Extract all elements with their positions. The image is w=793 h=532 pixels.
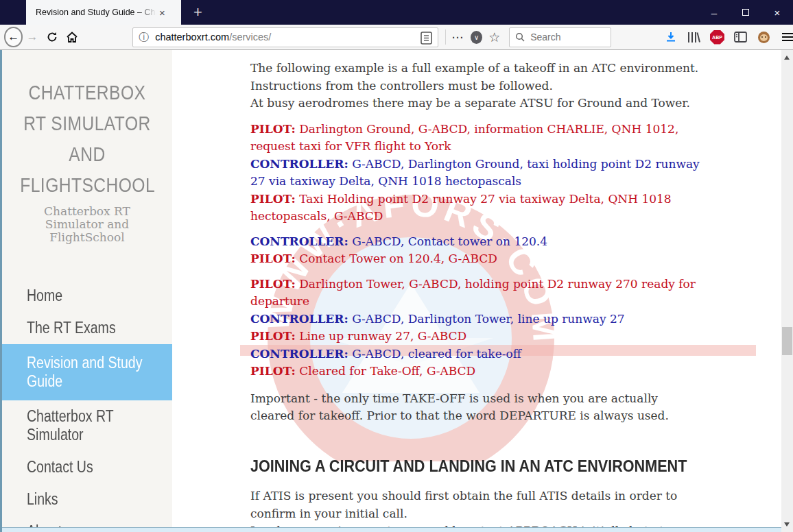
- page-bottom-border: [2, 527, 781, 532]
- sidebar-item-links[interactable]: Links: [2, 483, 172, 516]
- dialogue-block-3: PILOT: Darlington Tower, G-ABCD, holding…: [250, 276, 705, 380]
- dialogue-block-1: PILOT: Darlington Ground, G-ABCD, inform…: [250, 121, 705, 226]
- pocket-button[interactable]: ∨: [471, 31, 482, 44]
- library-icon: [687, 32, 700, 43]
- scrollbar-thumb[interactable]: [782, 327, 792, 355]
- main-content: WWW·AFORS·COM The following example is a…: [172, 50, 781, 532]
- important-note: Important - the only time TAKE-OFF is us…: [250, 390, 705, 425]
- sidebar-toggle-button[interactable]: [734, 32, 747, 43]
- close-button[interactable]: ×: [761, 0, 793, 25]
- site-nav: Home The RT Exams Revision and Study Gui…: [2, 280, 172, 532]
- navigation-toolbar: ← → ⓘ chatterboxrt.com/services/: [0, 25, 793, 50]
- reload-icon: [47, 32, 58, 43]
- monkey-extension-icon[interactable]: [758, 32, 770, 43]
- window-controls: – ×: [698, 0, 793, 25]
- url-bar[interactable]: ⓘ chatterboxrt.com/services/: [132, 27, 438, 47]
- page-viewport: CHATTERBOX RT SIMULATOR AND FLIGHTSCHOOL…: [0, 50, 781, 532]
- site-title: CHATTERBOX RT SIMULATOR AND FLIGHTSCHOOL: [20, 77, 154, 201]
- url-path: /services/: [229, 32, 271, 43]
- search-bar[interactable]: Search: [509, 27, 611, 47]
- section-heading: JOINING A CIRCUIT AND LANDING IN AN ATC …: [250, 457, 667, 475]
- home-button[interactable]: [64, 28, 80, 46]
- maximize-icon: [742, 9, 749, 16]
- download-icon: [665, 31, 677, 43]
- dialogue-block-2: CONTROLLER: G-ABCD, Contact tower on 120…: [250, 233, 705, 268]
- closing-paragraph: If ATIS is present you should first obta…: [250, 487, 705, 532]
- tab-close-icon[interactable]: ×: [159, 7, 165, 19]
- forward-button[interactable]: →: [24, 28, 40, 46]
- adblock-plus-icon[interactable]: ABP: [710, 30, 724, 45]
- sidebar-item-chatterbox-simulator[interactable]: Chatterbox RT Simulator: [2, 400, 172, 451]
- toolbar-right-icons: ABP: [655, 30, 793, 45]
- library-button[interactable]: [687, 32, 700, 43]
- search-icon: [515, 32, 525, 42]
- page-actions-button[interactable]: ⋯: [451, 30, 464, 45]
- reload-button[interactable]: [45, 28, 60, 46]
- sidebar-item-home[interactable]: Home: [2, 280, 172, 312]
- reader-mode-button[interactable]: [421, 32, 432, 47]
- downloads-button[interactable]: [665, 31, 677, 43]
- site-info-icon[interactable]: ⓘ: [139, 31, 149, 44]
- maximize-button[interactable]: [730, 0, 761, 25]
- scrollbar-down-arrow[interactable]: [784, 522, 790, 527]
- tab-title: Revision and Study Guide – Chatter: [36, 8, 156, 17]
- url-domain: chatterboxrt.com: [155, 32, 229, 43]
- sidebar-item-contact-us[interactable]: Contact Us: [2, 451, 172, 483]
- bookmark-star-button[interactable]: ☆: [488, 29, 500, 45]
- site-sidebar: CHATTERBOX RT SIMULATOR AND FLIGHTSCHOOL…: [2, 50, 172, 532]
- reader-mode-icon: [421, 32, 432, 45]
- vertical-scrollbar[interactable]: [781, 50, 793, 532]
- url-text: chatterboxrt.com/services/: [155, 32, 271, 43]
- search-placeholder: Search: [530, 32, 560, 43]
- scrollbar-up-arrow[interactable]: [784, 56, 790, 60]
- browser-window: Revision and Study Guide – Chatter × + –…: [0, 0, 793, 532]
- article-text: The following example is a full example …: [172, 50, 714, 532]
- new-tab-button[interactable]: +: [193, 3, 202, 22]
- tab-bar: Revision and Study Guide – Chatter × + –…: [0, 0, 793, 25]
- back-button[interactable]: ←: [4, 27, 23, 47]
- pocket-icon: ∨: [474, 34, 479, 41]
- minimize-button[interactable]: –: [698, 0, 730, 25]
- menu-button[interactable]: [782, 33, 793, 41]
- active-tab[interactable]: Revision and Study Guide – Chatter ×: [26, 0, 181, 25]
- site-subtitle: Chatterbox RT Simulator and FlightSchool: [27, 205, 147, 244]
- sidebar-item-rt-exams[interactable]: The RT Exams: [2, 312, 172, 344]
- home-icon: [66, 32, 78, 43]
- sidebar-toggle-icon: [734, 32, 747, 43]
- toolbar-separator: [445, 29, 446, 45]
- sidebar-item-revision-study-guide[interactable]: Revision and Study Guide: [2, 344, 172, 400]
- intro-paragraph: The following example is a full example …: [250, 60, 705, 112]
